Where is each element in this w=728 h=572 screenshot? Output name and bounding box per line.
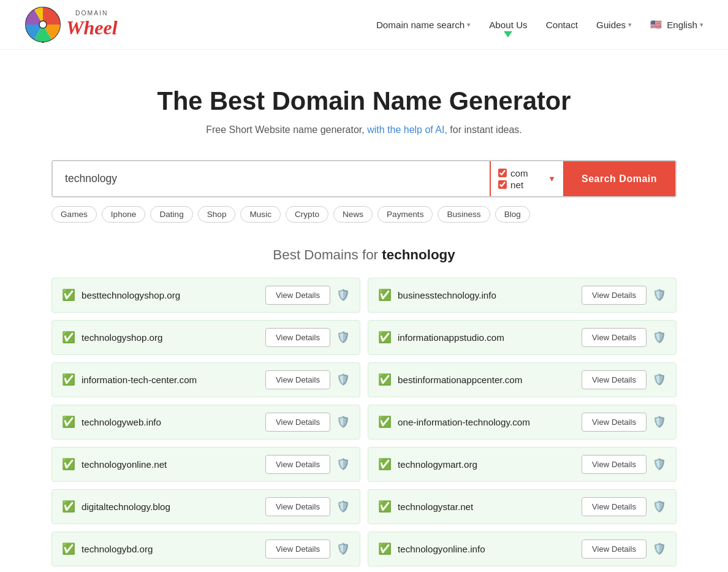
tag-news[interactable]: News bbox=[333, 206, 373, 223]
domain-name-label: technologybd.org bbox=[82, 544, 259, 554]
nav-language[interactable]: 🇺🇸 English ▾ bbox=[650, 19, 703, 30]
view-details-button[interactable]: View Details bbox=[265, 370, 330, 389]
domain-shield-icon: 🛡️ bbox=[336, 416, 350, 429]
domain-row: ✅ technologystar.net View Details 🛡️ bbox=[368, 489, 677, 524]
domain-name-label: information-tech-center.com bbox=[82, 375, 259, 385]
domain-shield-icon: 🛡️ bbox=[336, 458, 350, 471]
domain-row: ✅ technologybd.org View Details 🛡️ bbox=[51, 532, 360, 566]
chevron-down-icon: ▾ bbox=[628, 21, 632, 29]
domain-name-label: besttechnologyshop.org bbox=[82, 290, 259, 300]
domain-available-icon: ✅ bbox=[378, 373, 392, 386]
domain-shield-icon: 🛡️ bbox=[653, 331, 666, 344]
domain-row: ✅ bestinformationappcenter.com View Deta… bbox=[368, 362, 677, 397]
view-details-button[interactable]: View Details bbox=[582, 455, 646, 474]
domain-shield-icon: 🛡️ bbox=[336, 289, 350, 302]
domain-available-icon: ✅ bbox=[378, 543, 392, 555]
hero-section: The Best Domain Name Generator Free Shor… bbox=[0, 50, 728, 160]
tag-blog[interactable]: Blog bbox=[495, 206, 530, 223]
domain-available-icon: ✅ bbox=[62, 500, 75, 513]
domain-available-icon: ✅ bbox=[378, 331, 392, 344]
main-nav: Domain name search ▾ About Us Contact Gu… bbox=[376, 19, 703, 30]
domain-shield-icon: 🛡️ bbox=[653, 458, 666, 471]
domain-name-label: technologyshop.org bbox=[82, 332, 259, 343]
tag-dating[interactable]: Dating bbox=[150, 206, 192, 223]
search-input[interactable] bbox=[53, 161, 490, 196]
svg-point-1 bbox=[39, 21, 47, 28]
domain-available-icon: ✅ bbox=[62, 416, 75, 429]
view-details-button[interactable]: View Details bbox=[582, 413, 646, 432]
tag-crypto[interactable]: Crypto bbox=[286, 206, 328, 223]
domain-shield-icon: 🛡️ bbox=[336, 331, 350, 344]
view-details-button[interactable]: View Details bbox=[265, 413, 330, 432]
domain-row: ✅ technologymart.org View Details 🛡️ bbox=[368, 447, 677, 482]
tag-shop[interactable]: Shop bbox=[198, 206, 236, 223]
view-details-button[interactable]: View Details bbox=[265, 497, 330, 516]
tld-expand-icon[interactable]: ▼ bbox=[548, 174, 556, 183]
svg-point-3 bbox=[41, 42, 45, 43]
tld-com-checkbox[interactable] bbox=[498, 169, 507, 177]
view-details-button[interactable]: View Details bbox=[265, 455, 330, 474]
domain-name-label: digitaltechnology.blog bbox=[82, 501, 259, 512]
view-details-button[interactable]: View Details bbox=[582, 286, 646, 305]
results-title: Best Domains for technology bbox=[51, 247, 677, 263]
logo-name: Wheel bbox=[66, 17, 118, 39]
view-details-button[interactable]: View Details bbox=[582, 370, 646, 389]
domain-name-label: businesstechnology.info bbox=[398, 290, 575, 300]
view-details-button[interactable]: View Details bbox=[582, 328, 646, 347]
hero-link[interactable]: with the help of AI, bbox=[367, 124, 447, 135]
tld-net-row[interactable]: net bbox=[498, 180, 545, 190]
tld-com-row[interactable]: com bbox=[498, 168, 545, 178]
domain-row: ✅ technologyshop.org View Details 🛡️ bbox=[51, 320, 360, 355]
domain-name-label: technologyonline.info bbox=[398, 544, 575, 554]
domain-name-label: technologyweb.info bbox=[82, 417, 259, 427]
view-details-button[interactable]: View Details bbox=[265, 540, 330, 559]
domain-available-icon: ✅ bbox=[378, 416, 392, 429]
domain-name-label: one-information-technology.com bbox=[398, 417, 575, 427]
hero-subtitle: Free Short Website name generator, with … bbox=[12, 124, 716, 135]
nav-contact[interactable]: Contact bbox=[546, 20, 578, 30]
domain-row: ✅ one-information-technology.com View De… bbox=[368, 405, 677, 440]
logo-wheel-icon bbox=[25, 6, 61, 43]
tld-net-checkbox[interactable] bbox=[498, 180, 507, 189]
domain-available-icon: ✅ bbox=[378, 289, 392, 302]
domain-row: ✅ technologyonline.net View Details 🛡️ bbox=[51, 447, 360, 482]
tag-music[interactable]: Music bbox=[240, 206, 281, 223]
domain-row: ✅ informationappstudio.com View Details … bbox=[368, 320, 677, 355]
header: DOMAIN Wheel Domain name search ▾ About … bbox=[0, 0, 728, 50]
domain-shield-icon: 🛡️ bbox=[653, 289, 666, 302]
domain-shield-icon: 🛡️ bbox=[653, 373, 666, 386]
domain-name-label: bestinformationappcenter.com bbox=[398, 375, 575, 385]
search-button[interactable]: Search Domain bbox=[563, 161, 675, 196]
chevron-down-icon: ▾ bbox=[467, 21, 471, 29]
nav-guides[interactable]: Guides ▾ bbox=[596, 20, 632, 30]
domain-row: ✅ besttechnologyshop.org View Details 🛡️ bbox=[51, 278, 360, 313]
view-details-button[interactable]: View Details bbox=[582, 497, 646, 516]
tld-selector: com net ▼ bbox=[490, 161, 563, 196]
tag-iphone[interactable]: Iphone bbox=[102, 206, 146, 223]
view-details-button[interactable]: View Details bbox=[582, 540, 646, 559]
domain-shield-icon: 🛡️ bbox=[653, 416, 666, 429]
domain-available-icon: ✅ bbox=[62, 373, 75, 386]
tags-container: Games Iphone Dating Shop Music Crypto Ne… bbox=[51, 206, 677, 223]
tag-payments[interactable]: Payments bbox=[377, 206, 433, 223]
nav-about-us[interactable]: About Us bbox=[489, 20, 527, 30]
domain-available-icon: ✅ bbox=[378, 458, 392, 471]
domain-row: ✅ technologyweb.info View Details 🛡️ bbox=[51, 405, 360, 440]
tag-business[interactable]: Business bbox=[438, 206, 490, 223]
domain-available-icon: ✅ bbox=[62, 543, 75, 555]
domain-name-label: technologystar.net bbox=[398, 501, 575, 512]
domain-available-icon: ✅ bbox=[378, 500, 392, 513]
view-details-button[interactable]: View Details bbox=[265, 286, 330, 305]
domain-shield-icon: 🛡️ bbox=[653, 543, 666, 555]
domain-row: ✅ information-tech-center.com View Detai… bbox=[51, 362, 360, 397]
tag-games[interactable]: Games bbox=[51, 206, 97, 223]
logo-domain-label: DOMAIN bbox=[66, 10, 118, 17]
domain-available-icon: ✅ bbox=[62, 289, 75, 302]
domain-available-icon: ✅ bbox=[62, 331, 75, 344]
about-indicator-icon bbox=[504, 31, 512, 37]
domain-name-label: informationappstudio.com bbox=[398, 332, 575, 343]
nav-domain-name-search[interactable]: Domain name search ▾ bbox=[376, 20, 471, 30]
domain-available-icon: ✅ bbox=[62, 458, 75, 471]
logo[interactable]: DOMAIN Wheel bbox=[25, 6, 118, 43]
view-details-button[interactable]: View Details bbox=[265, 328, 330, 347]
